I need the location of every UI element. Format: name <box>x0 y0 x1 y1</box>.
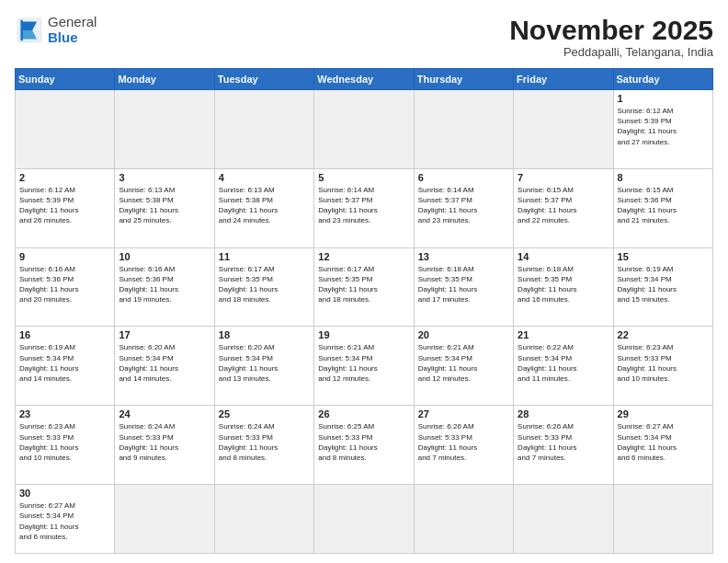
day-info: Sunrise: 6:27 AM Sunset: 5:34 PM Dayligh… <box>618 421 709 463</box>
day-number: 23 <box>19 408 110 419</box>
day-info: Sunrise: 6:24 AM Sunset: 5:33 PM Dayligh… <box>219 421 310 463</box>
table-row <box>16 90 115 169</box>
table-row <box>115 485 214 554</box>
header-thursday: Thursday <box>414 69 513 90</box>
header-tuesday: Tuesday <box>214 69 313 90</box>
table-row: 25Sunrise: 6:24 AM Sunset: 5:33 PM Dayli… <box>214 406 313 485</box>
day-info: Sunrise: 6:26 AM Sunset: 5:33 PM Dayligh… <box>418 421 509 463</box>
day-info: Sunrise: 6:27 AM Sunset: 5:34 PM Dayligh… <box>19 500 110 542</box>
calendar-row: 16Sunrise: 6:19 AM Sunset: 5:34 PM Dayli… <box>16 327 713 406</box>
day-info: Sunrise: 6:12 AM Sunset: 5:39 PM Dayligh… <box>618 106 709 147</box>
day-info: Sunrise: 6:25 AM Sunset: 5:33 PM Dayligh… <box>318 421 409 463</box>
header-sunday: Sunday <box>16 69 115 90</box>
day-number: 3 <box>119 172 210 183</box>
table-row <box>115 90 214 169</box>
logo-text: General Blue <box>48 15 97 45</box>
day-number: 17 <box>119 329 210 340</box>
table-row: 2Sunrise: 6:12 AM Sunset: 5:39 PM Daylig… <box>16 168 115 247</box>
day-info: Sunrise: 6:23 AM Sunset: 5:33 PM Dayligh… <box>19 421 110 463</box>
table-row: 29Sunrise: 6:27 AM Sunset: 5:34 PM Dayli… <box>613 406 712 485</box>
logo: General Blue <box>15 15 97 45</box>
table-row: 20Sunrise: 6:21 AM Sunset: 5:34 PM Dayli… <box>414 327 513 406</box>
header-saturday: Saturday <box>613 69 712 90</box>
day-number: 2 <box>19 172 110 183</box>
table-row <box>514 90 613 169</box>
day-number: 14 <box>518 251 609 262</box>
day-info: Sunrise: 6:13 AM Sunset: 5:38 PM Dayligh… <box>119 185 210 226</box>
day-info: Sunrise: 6:23 AM Sunset: 5:33 PM Dayligh… <box>618 342 709 384</box>
table-row: 18Sunrise: 6:20 AM Sunset: 5:34 PM Dayli… <box>214 327 313 406</box>
table-row: 7Sunrise: 6:15 AM Sunset: 5:37 PM Daylig… <box>514 168 613 247</box>
weekday-header-row: Sunday Monday Tuesday Wednesday Thursday… <box>16 69 713 90</box>
table-row: 11Sunrise: 6:17 AM Sunset: 5:35 PM Dayli… <box>214 247 313 327</box>
table-row: 8Sunrise: 6:15 AM Sunset: 5:36 PM Daylig… <box>613 168 712 247</box>
table-row <box>613 485 712 554</box>
page: General Blue November 2025 Peddapalli, T… <box>0 0 728 563</box>
table-row: 3Sunrise: 6:13 AM Sunset: 5:38 PM Daylig… <box>115 168 214 247</box>
day-number: 4 <box>219 172 310 183</box>
table-row: 15Sunrise: 6:19 AM Sunset: 5:34 PM Dayli… <box>613 247 712 327</box>
day-number: 29 <box>618 408 709 419</box>
calendar: Sunday Monday Tuesday Wednesday Thursday… <box>15 68 713 554</box>
table-row: 1Sunrise: 6:12 AM Sunset: 5:39 PM Daylig… <box>613 90 712 169</box>
table-row: 26Sunrise: 6:25 AM Sunset: 5:33 PM Dayli… <box>314 406 414 485</box>
day-number: 24 <box>119 408 210 419</box>
day-info: Sunrise: 6:21 AM Sunset: 5:34 PM Dayligh… <box>418 342 509 384</box>
day-info: Sunrise: 6:18 AM Sunset: 5:35 PM Dayligh… <box>418 264 509 305</box>
logo-blue: Blue <box>48 29 78 45</box>
table-row: 21Sunrise: 6:22 AM Sunset: 5:34 PM Dayli… <box>514 327 613 406</box>
table-row <box>414 485 513 554</box>
day-info: Sunrise: 6:17 AM Sunset: 5:35 PM Dayligh… <box>318 264 409 305</box>
day-info: Sunrise: 6:15 AM Sunset: 5:37 PM Dayligh… <box>518 185 609 226</box>
day-info: Sunrise: 6:14 AM Sunset: 5:37 PM Dayligh… <box>318 185 409 226</box>
day-number: 26 <box>318 408 409 419</box>
month-title: November 2025 <box>509 15 713 45</box>
calendar-row: 23Sunrise: 6:23 AM Sunset: 5:33 PM Dayli… <box>16 406 713 485</box>
table-row <box>514 485 613 554</box>
day-info: Sunrise: 6:22 AM Sunset: 5:34 PM Dayligh… <box>518 342 609 384</box>
title-block: November 2025 Peddapalli, Telangana, Ind… <box>509 15 713 59</box>
table-row: 24Sunrise: 6:24 AM Sunset: 5:33 PM Dayli… <box>115 406 214 485</box>
header-monday: Monday <box>115 69 214 90</box>
day-number: 19 <box>318 329 409 340</box>
calendar-row: 9Sunrise: 6:16 AM Sunset: 5:36 PM Daylig… <box>16 247 713 327</box>
day-info: Sunrise: 6:18 AM Sunset: 5:35 PM Dayligh… <box>518 264 609 305</box>
table-row: 10Sunrise: 6:16 AM Sunset: 5:36 PM Dayli… <box>115 247 214 327</box>
day-info: Sunrise: 6:19 AM Sunset: 5:34 PM Dayligh… <box>19 342 110 384</box>
calendar-row: 30Sunrise: 6:27 AM Sunset: 5:34 PM Dayli… <box>16 485 713 554</box>
table-row: 19Sunrise: 6:21 AM Sunset: 5:34 PM Dayli… <box>314 327 414 406</box>
day-number: 10 <box>119 251 210 262</box>
table-row: 4Sunrise: 6:13 AM Sunset: 5:38 PM Daylig… <box>214 168 313 247</box>
table-row <box>214 485 313 554</box>
day-number: 1 <box>618 93 709 104</box>
day-info: Sunrise: 6:15 AM Sunset: 5:36 PM Dayligh… <box>618 185 709 226</box>
day-info: Sunrise: 6:20 AM Sunset: 5:34 PM Dayligh… <box>219 342 310 384</box>
calendar-row: 2Sunrise: 6:12 AM Sunset: 5:39 PM Daylig… <box>16 168 713 247</box>
table-row: 14Sunrise: 6:18 AM Sunset: 5:35 PM Dayli… <box>514 247 613 327</box>
day-number: 8 <box>618 172 709 183</box>
day-info: Sunrise: 6:13 AM Sunset: 5:38 PM Dayligh… <box>219 185 310 226</box>
logo-general: General <box>48 14 97 29</box>
table-row: 17Sunrise: 6:20 AM Sunset: 5:34 PM Dayli… <box>115 327 214 406</box>
table-row: 6Sunrise: 6:14 AM Sunset: 5:37 PM Daylig… <box>414 168 513 247</box>
day-number: 16 <box>19 329 110 340</box>
day-number: 27 <box>418 408 509 419</box>
day-info: Sunrise: 6:20 AM Sunset: 5:34 PM Dayligh… <box>119 342 210 384</box>
header-wednesday: Wednesday <box>314 69 414 90</box>
table-row: 27Sunrise: 6:26 AM Sunset: 5:33 PM Dayli… <box>414 406 513 485</box>
header: General Blue November 2025 Peddapalli, T… <box>15 15 713 59</box>
day-number: 20 <box>418 329 509 340</box>
day-info: Sunrise: 6:17 AM Sunset: 5:35 PM Dayligh… <box>219 264 310 305</box>
table-row <box>414 90 513 169</box>
day-number: 5 <box>318 172 409 183</box>
day-info: Sunrise: 6:21 AM Sunset: 5:34 PM Dayligh… <box>318 342 409 384</box>
table-row <box>214 90 313 169</box>
table-row: 16Sunrise: 6:19 AM Sunset: 5:34 PM Dayli… <box>16 327 115 406</box>
day-number: 11 <box>219 251 310 262</box>
day-info: Sunrise: 6:16 AM Sunset: 5:36 PM Dayligh… <box>19 264 110 305</box>
day-number: 21 <box>518 329 609 340</box>
day-info: Sunrise: 6:14 AM Sunset: 5:37 PM Dayligh… <box>418 185 509 226</box>
day-number: 13 <box>418 251 509 262</box>
day-info: Sunrise: 6:19 AM Sunset: 5:34 PM Dayligh… <box>618 264 709 305</box>
day-number: 28 <box>518 408 609 419</box>
